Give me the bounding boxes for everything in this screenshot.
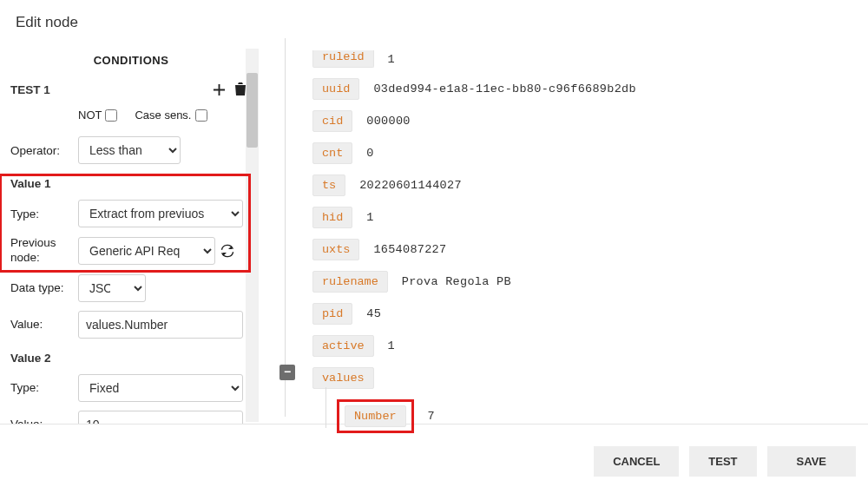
operator-label: Operator: [10, 144, 78, 157]
json-key: pid [312, 303, 352, 325]
json-key: ts [312, 174, 345, 196]
json-row-hid: hid 1 [312, 201, 859, 234]
json-val: 45 [366, 307, 381, 320]
value2-type-label: Type: [10, 381, 78, 394]
json-row-pid: pid 45 [312, 298, 859, 330]
page-title: Edit node [0, 0, 868, 38]
json-key: hid [312, 207, 352, 228]
json-val: 1 [388, 339, 395, 352]
highlight-number: Number [337, 399, 414, 433]
json-row-number: Number 7 [337, 394, 859, 438]
test-label: TEST 1 [10, 83, 50, 96]
json-row-active: active 1 [312, 330, 859, 362]
not-label-text: NOT [78, 109, 102, 122]
json-key: cid [312, 110, 352, 132]
json-rows: ruleid 1 uuid 03ded994-e1a8-11ec-bb80-c9… [312, 45, 859, 438]
json-val: 0 [366, 147, 373, 160]
operator-select[interactable]: Less than [78, 136, 181, 164]
value1-type-row: Type: Extract from previuos output [10, 195, 252, 232]
json-key: active [312, 335, 374, 357]
json-val: 1 [388, 53, 395, 66]
json-val: 20220601144027 [359, 179, 462, 192]
json-val: 1 [366, 211, 373, 224]
footer: CANCEL TEST SAVE [0, 436, 868, 487]
cancel-button[interactable]: CANCEL [594, 446, 679, 477]
tree-guide-line [285, 38, 286, 417]
json-key: rulename [312, 271, 388, 293]
value2-value-label: Value: [10, 418, 78, 424]
value1-type-label: Type: [10, 207, 78, 220]
json-row-rulename: rulename Prova Regola PB [312, 266, 859, 298]
trash-icon[interactable] [234, 82, 247, 96]
json-row-values: − values [312, 362, 859, 394]
value2-value-input[interactable] [78, 411, 243, 424]
value1-header: Value 1 [10, 168, 252, 195]
value1-datatype-label: Data type: [10, 281, 78, 294]
value2-type-select[interactable]: Fixed [78, 374, 243, 402]
scrollbar-thumb[interactable] [247, 73, 258, 148]
not-checkbox[interactable] [105, 109, 117, 122]
json-val: 000000 [366, 115, 410, 128]
json-val: 1654087227 [373, 243, 446, 256]
json-row-ts: ts 20220601144027 [312, 169, 859, 201]
casesens-label-text: Case sens. [135, 109, 191, 122]
value1-datatype-row: Data type: JSON [10, 270, 252, 306]
test-row: TEST 1 [10, 81, 252, 109]
value1-datatype-select[interactable]: JSON [78, 274, 146, 302]
refresh-icon[interactable] [220, 244, 234, 258]
casesens-checkbox-label[interactable]: Case sens. [135, 109, 207, 122]
json-key: uxts [312, 239, 359, 260]
conditions-header: CONDITIONS [10, 47, 252, 81]
value1-value-input[interactable] [78, 311, 243, 339]
json-key: cnt [312, 142, 352, 164]
json-val-number: 7 [428, 410, 435, 423]
prevnode-label-line2: node: [10, 251, 40, 264]
json-row-cnt: cnt 0 [312, 137, 859, 169]
test-button[interactable]: TEST [689, 446, 756, 477]
plus-icon[interactable] [213, 83, 226, 96]
prevnode-label-line1: Previous [10, 236, 56, 249]
condition-flags: NOT Case sens. [10, 109, 252, 132]
json-key: ruleid [312, 50, 374, 68]
json-key: uuid [312, 78, 359, 100]
json-val: Prova Regola PB [402, 275, 511, 288]
operator-row: Operator: Less than [10, 132, 252, 168]
json-preview-panel: ruleid 1 uuid 03ded994-e1a8-11ec-bb80-c9… [260, 38, 868, 424]
value1-prevnode-select[interactable]: Generic API Request [78, 237, 215, 265]
json-row-uxts: uxts 1654087227 [312, 234, 859, 266]
value1-prevnode-row: Previous node: Generic API Request [10, 232, 252, 270]
not-checkbox-label[interactable]: NOT [78, 109, 117, 122]
json-key-values: values [312, 367, 374, 389]
value2-value-row: Value: [10, 406, 252, 424]
json-val: 03ded994-e1a8-11ec-bb80-c96f6689b2db [373, 82, 635, 95]
value2-header: Value 2 [10, 343, 252, 370]
json-row-ruleid: ruleid 1 [312, 45, 859, 73]
value1-value-row: Value: [10, 306, 252, 343]
collapse-icon[interactable]: − [279, 365, 295, 380]
json-row-cid: cid 000000 [312, 105, 859, 137]
value1-value-label: Value: [10, 318, 78, 331]
tree-guide-line-child [326, 387, 326, 428]
conditions-panel: CONDITIONS TEST 1 NOT Case sens. [0, 38, 260, 424]
json-row-uuid: uuid 03ded994-e1a8-11ec-bb80-c96f6689b2d… [312, 73, 859, 105]
json-key-number: Number [345, 405, 406, 427]
main-area: CONDITIONS TEST 1 NOT Case sens. [0, 38, 868, 424]
value2-type-row: Type: Fixed [10, 370, 252, 406]
casesens-checkbox[interactable] [195, 109, 207, 122]
json-values-children: Number 7 [337, 394, 859, 438]
value1-type-select[interactable]: Extract from previuos output [78, 200, 243, 227]
save-button[interactable]: SAVE [767, 446, 856, 477]
value1-prevnode-label: Previous node: [10, 236, 78, 266]
